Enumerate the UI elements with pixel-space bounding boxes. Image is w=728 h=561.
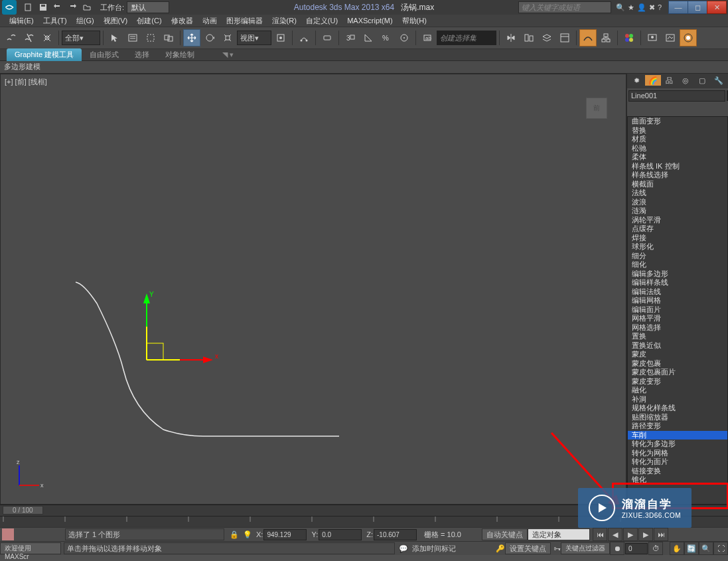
- key-mode-icon[interactable]: ⏺: [610, 542, 624, 555]
- filter-dropdown[interactable]: 全部 ▾: [62, 31, 100, 45]
- modifier-item[interactable]: 样条线 IK 控制: [628, 162, 727, 171]
- nav-max-icon[interactable]: ⛶: [713, 542, 728, 555]
- goto-start-icon[interactable]: ⏮: [593, 528, 607, 541]
- key-icon[interactable]: 🔑: [496, 544, 505, 553]
- modifier-item[interactable]: 车削: [628, 431, 727, 440]
- nav-orbit-icon[interactable]: 🔄: [684, 542, 699, 555]
- key-big-icon[interactable]: 🗝: [553, 544, 561, 552]
- modifier-item[interactable]: 编辑面片: [628, 305, 727, 315]
- object-name-input[interactable]: [628, 90, 725, 102]
- tab-freeform[interactable]: 自由形式: [82, 48, 127, 61]
- modifier-item[interactable]: 编辑样条线: [628, 278, 727, 287]
- menu-help[interactable]: 帮助(H): [398, 15, 431, 27]
- viewport-front[interactable]: [+] [前] [线框] 前 Y x z x: [0, 74, 626, 505]
- menu-edit[interactable]: 编辑(E): [5, 15, 38, 27]
- tab-motion-icon[interactable]: ◎: [678, 75, 694, 86]
- play-icon[interactable]: ▶: [623, 528, 638, 541]
- menu-view[interactable]: 视图(V): [100, 15, 132, 27]
- store-icon[interactable]: ✖: [649, 3, 655, 12]
- nav-zoom-icon[interactable]: 🔍: [699, 542, 713, 555]
- modifier-item[interactable]: 补洞: [628, 395, 727, 404]
- coord-y-input[interactable]: [319, 529, 362, 540]
- modifier-item[interactable]: 曲面变形: [628, 117, 727, 126]
- lock-icon[interactable]: 🔒: [230, 530, 239, 539]
- setkey-button[interactable]: 设置关键点: [505, 542, 551, 554]
- modifier-item[interactable]: 细化: [628, 260, 727, 270]
- modifier-item[interactable]: 网格平滑: [628, 314, 727, 323]
- modifier-item[interactable]: 锥化: [628, 475, 727, 485]
- curve-editor-icon[interactable]: [579, 29, 597, 46]
- modifier-item[interactable]: 蒙皮包裹面片: [628, 368, 727, 377]
- snap-toggle-icon[interactable]: 3: [342, 29, 359, 46]
- undo-icon[interactable]: [51, 1, 64, 13]
- window-crossing-icon[interactable]: [160, 29, 177, 46]
- modifier-item[interactable]: 转化为面片: [628, 457, 727, 467]
- time-config-icon[interactable]: ⏱: [648, 542, 663, 555]
- move-gizmo[interactable]: Y x: [140, 287, 226, 373]
- modifier-item[interactable]: 法线: [628, 189, 727, 198]
- link-icon[interactable]: [3, 29, 20, 46]
- modifier-item[interactable]: 替换: [628, 126, 727, 135]
- menu-group[interactable]: 组(G): [72, 15, 98, 27]
- tab-hierarchy-icon[interactable]: 品: [661, 75, 678, 86]
- search-input[interactable]: 键入关键字或短语: [518, 1, 611, 13]
- pin-stack-icon[interactable]: [628, 104, 640, 114]
- tab-display-icon[interactable]: ▢: [694, 75, 711, 86]
- modifier-item[interactable]: 松驰: [628, 144, 727, 153]
- spinner-snap-icon[interactable]: [396, 29, 413, 46]
- autokey-button[interactable]: 自动关键点: [482, 528, 528, 540]
- signin-icon[interactable]: 👤: [637, 3, 646, 12]
- layers-icon[interactable]: [538, 29, 555, 46]
- bind-icon[interactable]: [38, 29, 56, 46]
- goto-end-icon[interactable]: ⏭: [654, 528, 668, 541]
- modifier-item[interactable]: 点缓存: [628, 224, 727, 234]
- modifier-item[interactable]: 焊接: [628, 234, 727, 243]
- modifier-item[interactable]: 路径变形: [628, 422, 727, 431]
- modifier-item[interactable]: 转化为网格: [628, 449, 727, 458]
- viewport-label[interactable]: [+] [前] [线框]: [5, 77, 47, 87]
- search-icon[interactable]: 🔍: [616, 3, 625, 12]
- menu-tools[interactable]: 工具(T): [39, 15, 71, 27]
- save-icon[interactable]: [36, 1, 50, 13]
- select-scale-icon[interactable]: [219, 29, 236, 46]
- keymode-icon[interactable]: [319, 29, 336, 46]
- modifier-item[interactable]: 材质: [628, 135, 727, 144]
- new-icon[interactable]: [22, 1, 35, 13]
- prev-frame-icon[interactable]: ◀: [608, 528, 622, 541]
- project-icon[interactable]: [80, 1, 94, 13]
- script-icon[interactable]: [2, 528, 14, 540]
- modifier-item[interactable]: 柔体: [628, 153, 727, 162]
- rendered-frame-icon[interactable]: [662, 29, 679, 46]
- unlink-icon[interactable]: [21, 29, 38, 46]
- coord-x-input[interactable]: [263, 529, 307, 540]
- next-frame-icon[interactable]: ▶: [638, 528, 653, 541]
- modifier-item[interactable]: 波浪: [628, 198, 727, 207]
- menu-graph[interactable]: 图形编辑器: [222, 15, 267, 27]
- select-rotate-icon[interactable]: [201, 29, 218, 46]
- modifier-item[interactable]: 转化为多边形: [628, 440, 727, 449]
- show-end-icon[interactable]: [640, 104, 652, 114]
- current-frame-input[interactable]: [625, 543, 648, 554]
- time-tag-label[interactable]: 添加时间标记: [412, 544, 456, 554]
- time-slider-thumb[interactable]: 0 / 100: [3, 506, 43, 515]
- refcoord-dropdown[interactable]: 视图 ▾: [237, 31, 271, 45]
- modifier-item[interactable]: 涡轮平滑: [628, 216, 727, 225]
- tab-selection[interactable]: 选择: [127, 48, 157, 61]
- mirror-icon[interactable]: [502, 29, 520, 46]
- redo-icon[interactable]: [66, 1, 79, 13]
- coord-z-input[interactable]: [374, 529, 417, 540]
- minimize-button[interactable]: —: [668, 1, 688, 14]
- tab-create-icon[interactable]: ✹: [628, 75, 645, 86]
- select-name-icon[interactable]: [124, 29, 141, 46]
- menu-animation[interactable]: 动画: [198, 15, 221, 27]
- tab-modify-icon[interactable]: 🌈: [645, 75, 662, 86]
- modifier-item[interactable]: 规格化样条线: [628, 404, 727, 413]
- modifier-item[interactable]: 贴图缩放器: [628, 413, 727, 422]
- help-icon[interactable]: ?: [658, 3, 662, 12]
- app-icon[interactable]: [2, 0, 17, 15]
- nav-pan-icon[interactable]: ✋: [670, 542, 684, 555]
- selection-set-dropdown[interactable]: 创建选择集: [437, 31, 496, 45]
- modifier-item[interactable]: 网格选择: [628, 323, 727, 333]
- modifier-item[interactable]: 置换近似: [628, 341, 727, 351]
- comm-icon[interactable]: 💬: [399, 544, 408, 553]
